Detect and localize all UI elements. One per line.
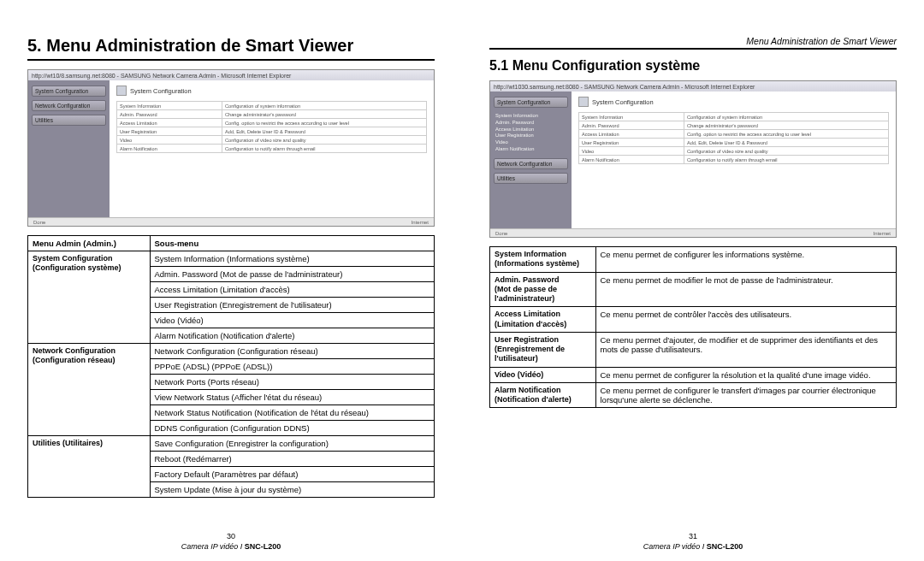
col-head-submenu: Sous-menu	[150, 236, 435, 251]
sidebar-btn-utilities: Utilities	[32, 115, 106, 126]
table-row: Access Limitation (Limitation d'accès)	[150, 282, 435, 298]
table-row: View Network Status (Afficher l'état du …	[150, 390, 435, 405]
shot-statusbar: Done Internet	[490, 228, 896, 237]
row-video: Video (Vidéo)	[490, 367, 596, 382]
sidebar-btn-system: System Configuration	[494, 97, 568, 108]
table-row: Admin. Password (Mot de passe de l'admin…	[150, 267, 435, 282]
page-number: 31	[462, 532, 924, 540]
group-netconf: Network Configuration(Configuration rése…	[28, 344, 151, 436]
row-desc: Ce menu permet de configurer la résoluti…	[595, 367, 897, 382]
table-row: Save Configuration (Enregistrer la confi…	[150, 436, 435, 452]
title-rule	[27, 59, 435, 61]
footer-prefix: Camera IP vidéo I	[181, 542, 245, 551]
row-userreg: User Registration(Enregistrement del'uti…	[490, 332, 596, 367]
shot-statusbar: Done Internet	[28, 217, 434, 226]
table-row: DDNS Configuration (Configuration DDNS)	[150, 421, 435, 436]
shot-main: System Configuration System InformationC…	[110, 80, 434, 217]
panel-icon	[578, 97, 589, 107]
menu-admin-table: Menu Admin (Admin.) Sous-menu System Con…	[27, 235, 435, 498]
section-title: 5.1 Menu Configuration système	[489, 58, 897, 74]
sidebar-btn-system: System Configuration	[32, 86, 106, 97]
footer-model: SNC-L200	[245, 542, 281, 551]
row-desc: Ce menu permet d'ajouter, de modifier et…	[595, 332, 897, 367]
table-row: Video (Vidéo)	[150, 313, 435, 328]
table-row: Factory Default (Paramètres par défaut)	[150, 467, 435, 482]
shot-titlebar: http://wt10/8.samsung.net:8080 - SAMSUNG…	[28, 70, 434, 80]
page-spread: 5. Menu Administration de Smart Viewer h…	[0, 0, 924, 561]
footer-left: 30 Camera IP vidéo I SNC-L200	[0, 532, 462, 551]
table-row: System Information (Informations système…	[150, 251, 435, 267]
row-alarm: Alarm Notification(Notification d'alerte…	[490, 382, 596, 408]
footer-prefix: Camera IP vidéo I	[643, 542, 707, 551]
table-row: PPPoE (ADSL) (PPPoE (ADSL))	[150, 359, 435, 375]
group-utilities: Utilities (Utilitaires)	[28, 436, 151, 498]
page-left: 5. Menu Administration de Smart Viewer h…	[0, 0, 462, 561]
row-desc: Ce menu permet de modifier le mot de pas…	[595, 272, 897, 307]
row-desc: Ce menu permet de configurer le transfer…	[595, 382, 897, 408]
table-row: Network Ports (Ports réseau)	[150, 375, 435, 390]
screenshot-right: http://wt1030.samsung.net:8080 - SAMSUNG…	[489, 80, 897, 238]
row-desc: Ce menu permet de contrôler l'accès des …	[595, 307, 897, 333]
table-row: Network Status Notification (Notificatio…	[150, 405, 435, 421]
table-row: System Update (Mise à jour du système)	[150, 482, 435, 498]
screenshot-left: http://wt10/8.samsung.net:8080 - SAMSUNG…	[27, 69, 435, 227]
shot-main: System Configuration System InformationC…	[572, 92, 896, 228]
sidebar-sublist: System Information Admin. Password Acces…	[494, 111, 568, 158]
group-sysconf: System Configuration(Configuration systè…	[28, 251, 151, 344]
panel-title: System Configuration	[130, 87, 192, 95]
sysconf-desc-table: System Information(Informations système)…	[489, 246, 897, 408]
table-row: User Registration (Enregistrement de l'u…	[150, 298, 435, 313]
sidebar-btn-utilities: Utilities	[494, 173, 568, 184]
sidebar-btn-network: Network Configuration	[494, 158, 568, 169]
page-number: 30	[0, 532, 462, 540]
shot-sidebar: System Configuration Network Configurati…	[28, 80, 110, 217]
mini-table: System InformationConfiguration of syste…	[578, 112, 889, 164]
table-row: Reboot (Redémarrer)	[150, 452, 435, 467]
mini-table: System InformationConfiguration of syste…	[116, 101, 427, 153]
footer-right: 31 Camera IP vidéo I SNC-L200	[462, 532, 924, 551]
row-sysinfo: System Information(Informations système)	[490, 247, 596, 273]
table-row: Network Configuration (Configuration rés…	[150, 344, 435, 359]
col-head-menu: Menu Admin (Admin.)	[28, 236, 151, 251]
panel-title: System Configuration	[592, 98, 654, 106]
page-right: Menu Administration de Smart Viewer 5.1 …	[462, 0, 924, 561]
sidebar-btn-network: Network Configuration	[32, 100, 106, 111]
shot-body: System Configuration System Information …	[490, 92, 896, 228]
running-header: Menu Administration de Smart Viewer	[489, 36, 897, 46]
title-rule	[489, 48, 897, 50]
chapter-title: 5. Menu Administration de Smart Viewer	[27, 36, 435, 56]
row-accesslim: Access Limitation(Limitation d'accès)	[490, 307, 596, 333]
table-row: Alarm Notification (Notification d'alert…	[150, 328, 435, 344]
shot-sidebar: System Configuration System Information …	[490, 92, 572, 228]
panel-icon	[116, 86, 127, 96]
row-desc: Ce menu permet de configurer les informa…	[595, 247, 897, 273]
shot-body: System Configuration Network Configurati…	[28, 80, 434, 217]
row-adminpw: Admin. Password(Mot de passe del'adminis…	[490, 272, 596, 307]
footer-model: SNC-L200	[707, 542, 743, 551]
shot-titlebar: http://wt1030.samsung.net:8080 - SAMSUNG…	[490, 81, 896, 92]
